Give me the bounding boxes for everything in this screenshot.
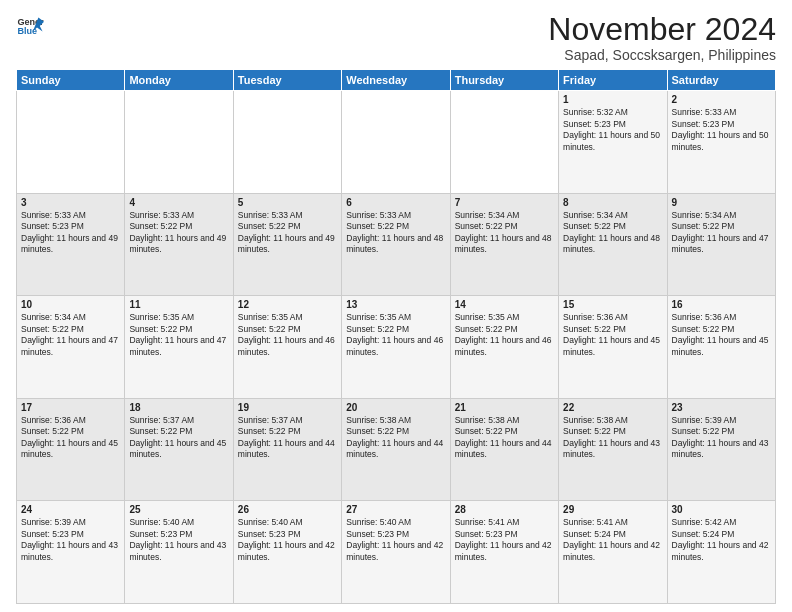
calendar-week-4: 24Sunrise: 5:39 AMSunset: 5:23 PMDayligh… [17,501,776,604]
day-info-line: Daylight: 11 hours and 45 minutes. [563,335,662,358]
day-number: 2 [672,94,771,105]
day-info-line: Sunset: 5:23 PM [238,529,337,540]
day-info-line: Sunrise: 5:33 AM [21,210,120,221]
day-number: 13 [346,299,445,310]
day-info-line: Daylight: 11 hours and 50 minutes. [672,130,771,153]
title-block: November 2024 Sapad, Soccsksargen, Phili… [548,12,776,63]
subtitle: Sapad, Soccsksargen, Philippines [548,47,776,63]
day-number: 20 [346,402,445,413]
day-number: 14 [455,299,554,310]
day-info-line: Sunset: 5:22 PM [455,426,554,437]
day-number: 22 [563,402,662,413]
svg-text:Blue: Blue [17,26,37,36]
day-number: 3 [21,197,120,208]
day-info-line: Sunset: 5:23 PM [563,119,662,130]
day-info-line: Sunrise: 5:33 AM [672,107,771,118]
day-info-line: Daylight: 11 hours and 43 minutes. [563,438,662,461]
day-info-line: Sunset: 5:22 PM [455,324,554,335]
calendar-cell: 23Sunrise: 5:39 AMSunset: 5:22 PMDayligh… [667,398,775,501]
day-info-line: Sunset: 5:22 PM [672,324,771,335]
day-info-line: Daylight: 11 hours and 44 minutes. [238,438,337,461]
day-info-line: Sunrise: 5:34 AM [21,312,120,323]
calendar-cell: 17Sunrise: 5:36 AMSunset: 5:22 PMDayligh… [17,398,125,501]
day-info-line: Sunrise: 5:35 AM [238,312,337,323]
calendar-cell: 3Sunrise: 5:33 AMSunset: 5:23 PMDaylight… [17,193,125,296]
day-info-line: Sunrise: 5:39 AM [21,517,120,528]
day-info-line: Sunset: 5:22 PM [346,221,445,232]
calendar-cell: 8Sunrise: 5:34 AMSunset: 5:22 PMDaylight… [559,193,667,296]
page: General Blue November 2024 Sapad, Soccsk… [0,0,792,612]
day-info-line: Daylight: 11 hours and 46 minutes. [455,335,554,358]
day-info-line: Sunset: 5:23 PM [672,119,771,130]
day-info-line: Daylight: 11 hours and 43 minutes. [21,540,120,563]
calendar-cell: 11Sunrise: 5:35 AMSunset: 5:22 PMDayligh… [125,296,233,399]
calendar-cell: 14Sunrise: 5:35 AMSunset: 5:22 PMDayligh… [450,296,558,399]
day-info-line: Daylight: 11 hours and 46 minutes. [346,335,445,358]
day-info-line: Sunset: 5:22 PM [672,426,771,437]
col-friday: Friday [559,70,667,91]
col-tuesday: Tuesday [233,70,341,91]
day-info-line: Sunrise: 5:36 AM [563,312,662,323]
day-info-line: Sunset: 5:22 PM [238,324,337,335]
day-number: 17 [21,402,120,413]
calendar-cell [125,91,233,194]
col-monday: Monday [125,70,233,91]
calendar-cell: 26Sunrise: 5:40 AMSunset: 5:23 PMDayligh… [233,501,341,604]
calendar-cell: 22Sunrise: 5:38 AMSunset: 5:22 PMDayligh… [559,398,667,501]
calendar-table: Sunday Monday Tuesday Wednesday Thursday… [16,69,776,604]
day-number: 7 [455,197,554,208]
day-info-line: Sunrise: 5:33 AM [238,210,337,221]
day-number: 9 [672,197,771,208]
main-title: November 2024 [548,12,776,47]
day-info-line: Sunrise: 5:32 AM [563,107,662,118]
day-info-line: Daylight: 11 hours and 49 minutes. [21,233,120,256]
day-info-line: Daylight: 11 hours and 48 minutes. [455,233,554,256]
day-number: 10 [21,299,120,310]
day-info-line: Sunrise: 5:34 AM [563,210,662,221]
day-info-line: Sunset: 5:22 PM [563,426,662,437]
day-number: 18 [129,402,228,413]
calendar-cell: 24Sunrise: 5:39 AMSunset: 5:23 PMDayligh… [17,501,125,604]
day-info-line: Sunset: 5:22 PM [129,221,228,232]
day-info-line: Sunset: 5:22 PM [563,221,662,232]
day-number: 27 [346,504,445,515]
calendar-week-3: 17Sunrise: 5:36 AMSunset: 5:22 PMDayligh… [17,398,776,501]
day-info-line: Sunset: 5:22 PM [129,324,228,335]
calendar-cell [450,91,558,194]
day-info-line: Daylight: 11 hours and 47 minutes. [129,335,228,358]
calendar-cell: 27Sunrise: 5:40 AMSunset: 5:23 PMDayligh… [342,501,450,604]
day-info-line: Sunset: 5:22 PM [21,324,120,335]
day-info-line: Sunset: 5:22 PM [563,324,662,335]
day-number: 24 [21,504,120,515]
day-info-line: Daylight: 11 hours and 43 minutes. [672,438,771,461]
day-info-line: Daylight: 11 hours and 45 minutes. [672,335,771,358]
col-wednesday: Wednesday [342,70,450,91]
calendar-cell: 13Sunrise: 5:35 AMSunset: 5:22 PMDayligh… [342,296,450,399]
day-info-line: Sunset: 5:22 PM [21,426,120,437]
day-number: 29 [563,504,662,515]
day-info-line: Daylight: 11 hours and 42 minutes. [238,540,337,563]
day-info-line: Daylight: 11 hours and 47 minutes. [672,233,771,256]
day-info-line: Sunrise: 5:38 AM [455,415,554,426]
calendar-cell: 10Sunrise: 5:34 AMSunset: 5:22 PMDayligh… [17,296,125,399]
day-info-line: Daylight: 11 hours and 44 minutes. [455,438,554,461]
day-info-line: Daylight: 11 hours and 42 minutes. [455,540,554,563]
day-info-line: Sunrise: 5:37 AM [238,415,337,426]
calendar-week-2: 10Sunrise: 5:34 AMSunset: 5:22 PMDayligh… [17,296,776,399]
calendar-cell: 18Sunrise: 5:37 AMSunset: 5:22 PMDayligh… [125,398,233,501]
logo: General Blue [16,12,44,40]
col-saturday: Saturday [667,70,775,91]
day-info-line: Daylight: 11 hours and 42 minutes. [346,540,445,563]
day-info-line: Sunset: 5:22 PM [346,324,445,335]
day-info-line: Sunrise: 5:35 AM [455,312,554,323]
calendar-cell: 12Sunrise: 5:35 AMSunset: 5:22 PMDayligh… [233,296,341,399]
calendar-cell [233,91,341,194]
day-info-line: Daylight: 11 hours and 44 minutes. [346,438,445,461]
day-info-line: Sunrise: 5:35 AM [129,312,228,323]
day-info-line: Sunset: 5:22 PM [346,426,445,437]
calendar-cell: 28Sunrise: 5:41 AMSunset: 5:23 PMDayligh… [450,501,558,604]
calendar-cell: 2Sunrise: 5:33 AMSunset: 5:23 PMDaylight… [667,91,775,194]
day-info-line: Sunrise: 5:39 AM [672,415,771,426]
day-info-line: Sunset: 5:23 PM [455,529,554,540]
day-number: 4 [129,197,228,208]
